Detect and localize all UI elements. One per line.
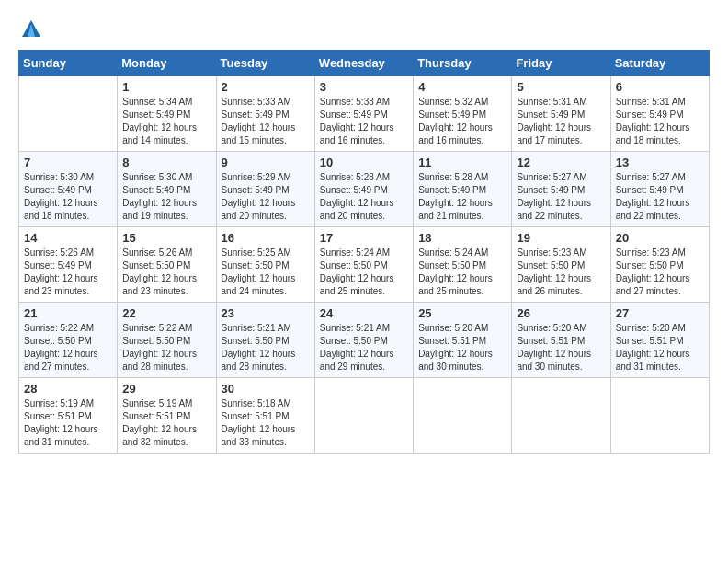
- calendar-cell: [19, 76, 118, 152]
- cell-info: Sunrise: 5:31 AMSunset: 5:49 PMDaylight:…: [616, 96, 704, 147]
- weekday-header-monday: Monday: [118, 51, 216, 76]
- cell-info: Sunrise: 5:27 AMSunset: 5:49 PMDaylight:…: [616, 171, 704, 223]
- calendar-cell: 19 Sunrise: 5:23 AMSunset: 5:50 PMDaylig…: [512, 227, 610, 303]
- day-number: 15: [122, 231, 210, 245]
- cell-info: Sunrise: 5:33 AMSunset: 5:49 PMDaylight:…: [222, 96, 310, 147]
- logo-icon: [20, 18, 42, 40]
- week-row-5: 28 Sunrise: 5:19 AMSunset: 5:51 PMDaylig…: [19, 378, 710, 454]
- day-number: 7: [24, 155, 112, 169]
- day-number: 24: [320, 306, 408, 320]
- calendar-cell: 8 Sunrise: 5:30 AMSunset: 5:49 PMDayligh…: [118, 152, 216, 227]
- cell-info: Sunrise: 5:25 AMSunset: 5:50 PMDaylight:…: [222, 247, 310, 298]
- calendar-cell: 17 Sunrise: 5:24 AMSunset: 5:50 PMDaylig…: [314, 227, 413, 303]
- calendar-cell: 29 Sunrise: 5:19 AMSunset: 5:51 PMDaylig…: [118, 378, 216, 454]
- calendar-cell: 26 Sunrise: 5:20 AMSunset: 5:51 PMDaylig…: [512, 303, 610, 378]
- weekday-header-row: SundayMondayTuesdayWednesdayThursdayFrid…: [19, 51, 710, 76]
- cell-info: Sunrise: 5:21 AMSunset: 5:50 PMDaylight:…: [320, 322, 408, 373]
- cell-info: Sunrise: 5:24 AMSunset: 5:50 PMDaylight:…: [418, 247, 506, 298]
- day-number: 25: [418, 306, 506, 320]
- calendar-cell: 3 Sunrise: 5:33 AMSunset: 5:49 PMDayligh…: [314, 76, 413, 152]
- day-number: 9: [222, 155, 310, 169]
- day-number: 20: [616, 231, 704, 245]
- day-number: 18: [418, 231, 506, 245]
- calendar-cell: 2 Sunrise: 5:33 AMSunset: 5:49 PMDayligh…: [216, 76, 314, 152]
- calendar-cell: 5 Sunrise: 5:31 AMSunset: 5:49 PMDayligh…: [512, 76, 610, 152]
- calendar-cell: 9 Sunrise: 5:29 AMSunset: 5:49 PMDayligh…: [216, 152, 314, 227]
- day-number: 2: [222, 80, 310, 94]
- cell-info: Sunrise: 5:23 AMSunset: 5:50 PMDaylight:…: [616, 247, 704, 298]
- cell-info: Sunrise: 5:26 AMSunset: 5:50 PMDaylight:…: [122, 247, 210, 298]
- week-row-4: 21 Sunrise: 5:22 AMSunset: 5:50 PMDaylig…: [19, 303, 710, 378]
- day-number: 10: [320, 155, 408, 169]
- weekday-header-saturday: Saturday: [610, 51, 709, 76]
- week-row-3: 14 Sunrise: 5:26 AMSunset: 5:49 PMDaylig…: [19, 227, 710, 303]
- day-number: 22: [122, 306, 210, 320]
- calendar-cell: 4 Sunrise: 5:32 AMSunset: 5:49 PMDayligh…: [414, 76, 512, 152]
- weekday-header-tuesday: Tuesday: [216, 51, 314, 76]
- calendar-cell: 11 Sunrise: 5:28 AMSunset: 5:49 PMDaylig…: [414, 152, 512, 227]
- day-number: 27: [616, 306, 704, 320]
- cell-info: Sunrise: 5:18 AMSunset: 5:51 PMDaylight:…: [222, 397, 310, 449]
- cell-info: Sunrise: 5:23 AMSunset: 5:50 PMDaylight:…: [517, 247, 605, 298]
- cell-info: Sunrise: 5:33 AMSunset: 5:49 PMDaylight:…: [320, 96, 408, 147]
- week-row-2: 7 Sunrise: 5:30 AMSunset: 5:49 PMDayligh…: [19, 152, 710, 227]
- day-number: 13: [616, 155, 704, 169]
- day-number: 17: [320, 231, 408, 245]
- day-number: 28: [24, 382, 112, 396]
- cell-info: Sunrise: 5:26 AMSunset: 5:49 PMDaylight:…: [24, 247, 112, 298]
- calendar-cell: 24 Sunrise: 5:21 AMSunset: 5:50 PMDaylig…: [314, 303, 413, 378]
- day-number: 5: [517, 80, 605, 94]
- cell-info: Sunrise: 5:32 AMSunset: 5:49 PMDaylight:…: [418, 96, 506, 147]
- logo: [18, 18, 42, 40]
- calendar-cell: [414, 378, 512, 454]
- cell-info: Sunrise: 5:28 AMSunset: 5:49 PMDaylight:…: [320, 171, 408, 223]
- calendar-cell: 21 Sunrise: 5:22 AMSunset: 5:50 PMDaylig…: [19, 303, 118, 378]
- calendar-cell: [314, 378, 413, 454]
- calendar-cell: 7 Sunrise: 5:30 AMSunset: 5:49 PMDayligh…: [19, 152, 118, 227]
- day-number: 30: [222, 382, 310, 396]
- weekday-header-wednesday: Wednesday: [314, 51, 413, 76]
- cell-info: Sunrise: 5:30 AMSunset: 5:49 PMDaylight:…: [24, 171, 112, 223]
- day-number: 1: [122, 80, 210, 94]
- day-number: 16: [222, 231, 310, 245]
- cell-info: Sunrise: 5:21 AMSunset: 5:50 PMDaylight:…: [222, 322, 310, 373]
- calendar-cell: 14 Sunrise: 5:26 AMSunset: 5:49 PMDaylig…: [19, 227, 118, 303]
- calendar-cell: 12 Sunrise: 5:27 AMSunset: 5:49 PMDaylig…: [512, 152, 610, 227]
- cell-info: Sunrise: 5:19 AMSunset: 5:51 PMDaylight:…: [122, 397, 210, 449]
- page-header: [18, 18, 710, 40]
- calendar-cell: 6 Sunrise: 5:31 AMSunset: 5:49 PMDayligh…: [610, 76, 709, 152]
- calendar-cell: 22 Sunrise: 5:22 AMSunset: 5:50 PMDaylig…: [118, 303, 216, 378]
- calendar-cell: 20 Sunrise: 5:23 AMSunset: 5:50 PMDaylig…: [610, 227, 709, 303]
- day-number: 26: [517, 306, 605, 320]
- calendar-cell: 10 Sunrise: 5:28 AMSunset: 5:49 PMDaylig…: [314, 152, 413, 227]
- cell-info: Sunrise: 5:20 AMSunset: 5:51 PMDaylight:…: [517, 322, 605, 373]
- calendar-cell: 1 Sunrise: 5:34 AMSunset: 5:49 PMDayligh…: [118, 76, 216, 152]
- calendar-cell: 25 Sunrise: 5:20 AMSunset: 5:51 PMDaylig…: [414, 303, 512, 378]
- calendar-cell: [610, 378, 709, 454]
- weekday-header-sunday: Sunday: [19, 51, 118, 76]
- cell-info: Sunrise: 5:28 AMSunset: 5:49 PMDaylight:…: [418, 171, 506, 223]
- day-number: 12: [517, 155, 605, 169]
- day-number: 8: [122, 155, 210, 169]
- day-number: 21: [24, 306, 112, 320]
- calendar-cell: 16 Sunrise: 5:25 AMSunset: 5:50 PMDaylig…: [216, 227, 314, 303]
- weekday-header-thursday: Thursday: [414, 51, 512, 76]
- day-number: 14: [24, 231, 112, 245]
- cell-info: Sunrise: 5:30 AMSunset: 5:49 PMDaylight:…: [122, 171, 210, 223]
- calendar-table: SundayMondayTuesdayWednesdayThursdayFrid…: [18, 50, 710, 454]
- day-number: 23: [222, 306, 310, 320]
- cell-info: Sunrise: 5:19 AMSunset: 5:51 PMDaylight:…: [24, 397, 112, 449]
- cell-info: Sunrise: 5:20 AMSunset: 5:51 PMDaylight:…: [418, 322, 506, 373]
- cell-info: Sunrise: 5:24 AMSunset: 5:50 PMDaylight:…: [320, 247, 408, 298]
- cell-info: Sunrise: 5:31 AMSunset: 5:49 PMDaylight:…: [517, 96, 605, 147]
- calendar-cell: 13 Sunrise: 5:27 AMSunset: 5:49 PMDaylig…: [610, 152, 709, 227]
- calendar-cell: 27 Sunrise: 5:20 AMSunset: 5:51 PMDaylig…: [610, 303, 709, 378]
- cell-info: Sunrise: 5:34 AMSunset: 5:49 PMDaylight:…: [122, 96, 210, 147]
- calendar-cell: 18 Sunrise: 5:24 AMSunset: 5:50 PMDaylig…: [414, 227, 512, 303]
- day-number: 4: [418, 80, 506, 94]
- cell-info: Sunrise: 5:22 AMSunset: 5:50 PMDaylight:…: [24, 322, 112, 373]
- day-number: 29: [122, 382, 210, 396]
- day-number: 11: [418, 155, 506, 169]
- cell-info: Sunrise: 5:29 AMSunset: 5:49 PMDaylight:…: [222, 171, 310, 223]
- day-number: 19: [517, 231, 605, 245]
